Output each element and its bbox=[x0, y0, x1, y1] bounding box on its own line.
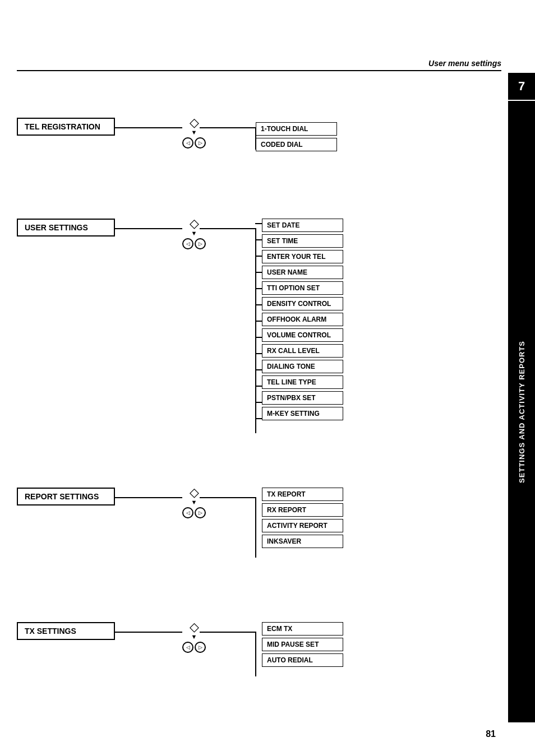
h-conn-12 bbox=[255, 418, 262, 419]
page-container: User menu settings 7 SETTINGS AND ACTIVI… bbox=[0, 0, 535, 756]
h-line-user-2 bbox=[200, 228, 256, 229]
menu-item-enter-tel: ENTER YOUR TEL bbox=[262, 250, 343, 263]
menu-item-mid-pause: MID PAUSE SET bbox=[262, 638, 343, 651]
down-arrow-tx: ▼ bbox=[191, 633, 197, 641]
h-conn-4 bbox=[255, 288, 262, 289]
menu-item-1touch: 1-TOUCH DIAL bbox=[256, 122, 337, 136]
nav-icon-report: ◇ ▼ ◁ ▷ bbox=[182, 486, 206, 518]
menu-item-pstn: PSTN/PBX SET bbox=[262, 391, 343, 405]
report-settings-section: REPORT SETTINGS ◇ ▼ ◁ ▷ TX REPORT RX REP… bbox=[17, 488, 115, 505]
menu-item-set-date: SET DATE bbox=[262, 219, 343, 232]
menu-item-set-time: SET TIME bbox=[262, 234, 343, 248]
v-line-tx bbox=[255, 632, 256, 676]
tel-menu-items: 1-TOUCH DIAL CODED DIAL bbox=[256, 122, 337, 152]
h-line-report bbox=[115, 497, 182, 498]
menu-item-tx-report: TX REPORT bbox=[262, 488, 343, 501]
down-arrow-tel: ▼ bbox=[191, 129, 197, 136]
circle-left-report[interactable]: ◁ bbox=[182, 507, 193, 518]
up-arrow-icon-tx: ◇ bbox=[190, 621, 199, 633]
circle-right-tx[interactable]: ▷ bbox=[195, 642, 206, 653]
nav-icon-tx: ◇ ▼ ◁ ▷ bbox=[182, 621, 206, 653]
h-conn-6 bbox=[255, 321, 262, 322]
h-conn-11 bbox=[255, 402, 262, 403]
page-number: 81 bbox=[486, 729, 496, 739]
circle-left-tx[interactable]: ◁ bbox=[182, 642, 193, 653]
h-line-tx bbox=[115, 632, 182, 633]
v-line-report bbox=[255, 497, 256, 558]
circles-tx: ◁ ▷ bbox=[182, 642, 206, 653]
menu-item-mkey: M-KEY SETTING bbox=[262, 407, 343, 420]
h-line-user bbox=[115, 228, 182, 229]
h-conn-9 bbox=[255, 369, 262, 370]
h-conn-8 bbox=[255, 353, 262, 354]
user-settings-box: USER SETTINGS bbox=[17, 219, 115, 236]
h-line-report-2 bbox=[200, 497, 256, 498]
menu-item-tti: TTI OPTION SET bbox=[262, 281, 343, 295]
circles-report: ◁ ▷ bbox=[182, 507, 206, 518]
tel-registration-box: TEL REGISTRATION bbox=[17, 118, 115, 136]
nav-icon-user: ◇ ▼ ◁ ▷ bbox=[182, 217, 206, 249]
h-conn-1 bbox=[255, 239, 262, 240]
circles-user: ◁ ▷ bbox=[182, 238, 206, 249]
side-number-tab: 7 bbox=[508, 73, 535, 100]
report-settings-box: REPORT SETTINGS bbox=[17, 488, 115, 505]
menu-item-dialing: DIALING TONE bbox=[262, 360, 343, 373]
h-line-tel bbox=[115, 127, 182, 128]
down-arrow-user: ▼ bbox=[191, 230, 197, 237]
h-line-tel-2 bbox=[200, 127, 256, 128]
menu-item-rx-call: RX CALL LEVEL bbox=[262, 344, 343, 358]
nav-icon-tel: ◇ ▼ ◁ ▷ bbox=[182, 117, 206, 149]
tx-settings-box: TX SETTINGS bbox=[17, 622, 115, 640]
menu-item-rx-report: RX REPORT bbox=[262, 503, 343, 517]
header-title: User menu settings bbox=[428, 59, 501, 68]
tx-settings-section: TX SETTINGS ◇ ▼ ◁ ▷ ECM TX MID PAUSE SET… bbox=[17, 622, 115, 640]
h-conn-5 bbox=[255, 304, 262, 305]
circle-right-tel[interactable]: ▷ bbox=[195, 137, 206, 149]
circle-right-report[interactable]: ▷ bbox=[195, 507, 206, 518]
menu-item-volume: VOLUME CONTROL bbox=[262, 328, 343, 342]
h-conn-10 bbox=[255, 386, 262, 387]
h-conn-0 bbox=[255, 223, 262, 224]
tel-registration-section: TEL REGISTRATION ◇ ▼ ◁ ▷ 1-TOUCH DIAL CO… bbox=[17, 118, 115, 136]
h-conn-2 bbox=[255, 256, 262, 257]
side-text-tab: SETTINGS AND ACTIVITY REPORTS bbox=[508, 101, 535, 722]
circle-left-user[interactable]: ◁ bbox=[182, 238, 193, 249]
side-tab-text: SETTINGS AND ACTIVITY REPORTS bbox=[518, 341, 526, 483]
menu-item-user-name: USER NAME bbox=[262, 266, 343, 279]
h-conn-7 bbox=[255, 337, 262, 338]
down-arrow-report: ▼ bbox=[191, 499, 197, 506]
circles-tel: ◁ ▷ bbox=[182, 137, 206, 149]
tx-menu-items: ECM TX MID PAUSE SET AUTO REDIAL bbox=[262, 622, 343, 668]
menu-item-auto-redial: AUTO REDIAL bbox=[262, 653, 343, 667]
user-settings-section: USER SETTINGS ◇ ▼ ◁ ▷ bbox=[17, 219, 115, 236]
h-line-tx-2 bbox=[200, 632, 256, 633]
menu-item-tel-line: TEL LINE TYPE bbox=[262, 375, 343, 389]
menu-item-inksaver: INKSAVER bbox=[262, 535, 343, 548]
report-menu-items: TX REPORT RX REPORT ACTIVITY REPORT INKS… bbox=[262, 488, 343, 549]
up-arrow-icon-report: ◇ bbox=[190, 486, 199, 499]
menu-item-ecm-tx: ECM TX bbox=[262, 622, 343, 636]
h-conn-3 bbox=[255, 272, 262, 273]
menu-item-activity: ACTIVITY REPORT bbox=[262, 519, 343, 532]
circle-right-user[interactable]: ▷ bbox=[195, 238, 206, 249]
menu-item-coded: CODED DIAL bbox=[256, 138, 337, 151]
header-area: User menu settings bbox=[17, 59, 501, 71]
circle-left-tel[interactable]: ◁ bbox=[182, 137, 193, 149]
menu-item-density: DENSITY CONTROL bbox=[262, 297, 343, 310]
up-arrow-icon-tel: ◇ bbox=[190, 117, 199, 129]
user-menu-items: SET DATE SET TIME ENTER YOUR TEL USER NA… bbox=[262, 219, 343, 421]
menu-item-offhook: OFFHOOK ALARM bbox=[262, 313, 343, 326]
up-arrow-icon-user: ◇ bbox=[190, 217, 199, 230]
